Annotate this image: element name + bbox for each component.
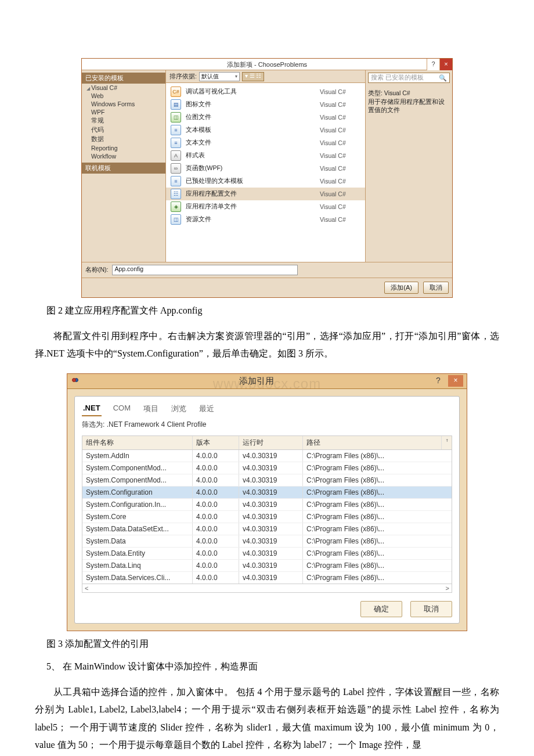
template-item[interactable]: ≡已预处理的文本模板Visual C# bbox=[166, 175, 365, 188]
tree-node[interactable]: WPF bbox=[82, 108, 165, 116]
scrollbar-track[interactable] bbox=[441, 535, 452, 547]
search-placeholder: 搜索 已安装的模板 bbox=[371, 74, 424, 82]
name-label: 名称(N): bbox=[85, 266, 109, 274]
step5-heading: 5、 在 MainWindow 设计窗体中添加控件，构造界面 bbox=[46, 661, 499, 673]
cell-path: C:\Program Files (x86)\... bbox=[303, 572, 441, 584]
tab[interactable]: 最近 bbox=[198, 402, 215, 416]
tree-node[interactable]: Workflow bbox=[82, 152, 165, 160]
grid-row[interactable]: System.Core4.0.0.0v4.0.30319C:\Program F… bbox=[82, 511, 452, 523]
template-item[interactable]: C#调试器可视化工具Visual C# bbox=[166, 85, 365, 98]
tab[interactable]: 浏览 bbox=[170, 402, 187, 416]
cancel-button[interactable]: 取消 bbox=[410, 601, 452, 617]
tree-header-online[interactable]: 联机模板 bbox=[82, 163, 165, 174]
grid-row[interactable]: System.Data.DataSetExt...4.0.0.0v4.0.303… bbox=[82, 523, 452, 535]
tree-node[interactable]: 常规 bbox=[82, 116, 165, 125]
cancel-button[interactable]: 取消 bbox=[423, 282, 449, 294]
grid-row[interactable]: System.Data.Services.Cli...4.0.0.0v4.0.3… bbox=[82, 572, 452, 584]
ok-button[interactable]: 确定 bbox=[360, 601, 402, 617]
tab[interactable]: .NET bbox=[82, 402, 102, 416]
cell-version: 4.0.0.0 bbox=[193, 560, 239, 571]
scrollbar-track[interactable] bbox=[441, 450, 452, 462]
figure3-caption: 图 3 添加配置文件的引用 bbox=[46, 638, 499, 650]
scrollbar-track[interactable] bbox=[441, 560, 452, 571]
tree-node-root[interactable]: Visual C# bbox=[82, 84, 165, 92]
scrollbar-track[interactable] bbox=[441, 511, 452, 523]
scrollbar-track[interactable] bbox=[441, 499, 452, 510]
grid-row[interactable]: System.AddIn4.0.0.0v4.0.30319C:\Program … bbox=[82, 450, 452, 462]
add-button[interactable]: 添加(A) bbox=[384, 282, 418, 294]
filter-label: 筛选为: .NET Framework 4 Client Profile bbox=[82, 420, 452, 430]
grid-row[interactable]: System.Data.Linq4.0.0.0v4.0.30319C:\Prog… bbox=[82, 560, 452, 572]
sort-combo[interactable]: 默认值 bbox=[199, 72, 240, 81]
grid-row[interactable]: System.ComponentMod...4.0.0.0v4.0.30319C… bbox=[82, 474, 452, 487]
name-input[interactable]: App.config bbox=[112, 265, 298, 275]
template-lang: Visual C# bbox=[320, 152, 360, 159]
grid-row[interactable]: System.Data.Entity4.0.0.0v4.0.30319C:\Pr… bbox=[82, 548, 452, 560]
scroll-left-icon[interactable]: < bbox=[85, 585, 88, 592]
template-item[interactable]: ◫位图文件Visual C# bbox=[166, 111, 365, 124]
col-version[interactable]: 版本 bbox=[193, 436, 239, 449]
horizontal-scrollbar[interactable]: < > bbox=[82, 584, 452, 592]
grid-row[interactable]: System.ComponentMod...4.0.0.0v4.0.30319C… bbox=[82, 462, 452, 474]
scroll-right-icon[interactable]: > bbox=[446, 585, 449, 592]
tab[interactable]: 项目 bbox=[142, 402, 160, 416]
reference-grid: 组件名称 版本 运行时 路径 ꜛ System.AddIn4.0.0.0v4.0… bbox=[82, 435, 452, 593]
col-name[interactable]: 组件名称 bbox=[82, 436, 193, 449]
scrollbar-track[interactable] bbox=[441, 487, 452, 498]
template-list: C#调试器可视化工具Visual C#▤图标文件Visual C#◫位图文件Vi… bbox=[166, 83, 365, 262]
cell-runtime: v4.0.30319 bbox=[239, 462, 303, 474]
scrollbar-track[interactable] bbox=[441, 523, 452, 535]
close-button[interactable]: × bbox=[439, 59, 452, 70]
scrollbar-track[interactable] bbox=[441, 462, 452, 474]
sort-label: 排序依据: bbox=[169, 73, 197, 81]
cell-path: C:\Program Files (x86)\... bbox=[303, 450, 441, 462]
template-item[interactable]: ☷应用程序配置文件Visual C# bbox=[166, 188, 365, 200]
col-path[interactable]: 路径 bbox=[303, 436, 441, 449]
cell-name: System.Data.Linq bbox=[82, 560, 193, 571]
template-description-panel: 搜索 已安装的模板 🔍 类型: Visual C# 用于存储应用程序配置和设置值… bbox=[365, 70, 452, 262]
tree-node[interactable]: 数据 bbox=[82, 135, 165, 144]
template-name: 位图文件 bbox=[186, 113, 320, 121]
cell-version: 4.0.0.0 bbox=[193, 523, 239, 535]
template-item[interactable]: A样式表Visual C# bbox=[166, 149, 365, 162]
tab[interactable]: COM bbox=[112, 402, 132, 416]
scrollbar-track[interactable] bbox=[441, 474, 452, 486]
cell-name: System.Data.Services.Cli... bbox=[82, 572, 193, 584]
template-item[interactable]: ≡文本文件Visual C# bbox=[166, 136, 365, 149]
grid-row[interactable]: System.Configuration.In...4.0.0.0v4.0.30… bbox=[82, 499, 452, 511]
template-lang: Visual C# bbox=[320, 216, 360, 223]
tab-bar: .NETCOM项目浏览最近 bbox=[82, 402, 452, 416]
type-label: 类型: Visual C# bbox=[368, 89, 450, 98]
template-item[interactable]: ◫资源文件Visual C# bbox=[166, 213, 365, 226]
template-name: 调试器可视化工具 bbox=[186, 88, 320, 96]
template-name: 图标文件 bbox=[186, 100, 320, 109]
scrollbar-track[interactable] bbox=[441, 548, 452, 559]
template-item[interactable]: ∞页函数(WPF)Visual C# bbox=[166, 162, 365, 175]
tree-node[interactable]: 代码 bbox=[82, 125, 165, 135]
cell-runtime: v4.0.30319 bbox=[239, 572, 303, 584]
template-name: 文本文件 bbox=[186, 139, 320, 147]
template-item[interactable]: ≡文本模板Visual C# bbox=[166, 124, 365, 136]
grid-row[interactable]: System.Data4.0.0.0v4.0.30319C:\Program F… bbox=[82, 535, 452, 548]
scrollbar-track[interactable] bbox=[441, 572, 452, 584]
col-runtime[interactable]: 运行时 bbox=[239, 436, 303, 449]
add-reference-dialog: 添加引用 ? × www.bdocx.com .NETCOM项目浏览最近 筛选为… bbox=[67, 373, 467, 631]
grid-header: 组件名称 版本 运行时 路径 ꜛ bbox=[82, 436, 452, 450]
tree-node[interactable]: Reporting bbox=[82, 144, 165, 152]
cell-version: 4.0.0.0 bbox=[193, 548, 239, 559]
search-input[interactable]: 搜索 已安装的模板 🔍 bbox=[368, 73, 450, 83]
template-item[interactable]: ▤图标文件Visual C# bbox=[166, 98, 365, 111]
close-button[interactable]: × bbox=[448, 375, 463, 387]
template-name: 应用程序配置文件 bbox=[186, 190, 320, 198]
cell-runtime: v4.0.30319 bbox=[239, 499, 303, 510]
help-button[interactable]: ? bbox=[432, 375, 445, 387]
scroll-up-icon[interactable]: ꜛ bbox=[441, 436, 452, 449]
template-item[interactable]: ◈应用程序清单文件Visual C# bbox=[166, 200, 365, 213]
grid-row[interactable]: System.Configuration4.0.0.0v4.0.30319C:\… bbox=[82, 487, 452, 499]
cell-runtime: v4.0.30319 bbox=[239, 560, 303, 571]
view-mode-button[interactable]: ▾ ☰ ☷ bbox=[242, 72, 265, 81]
tree-node[interactable]: Windows Forms bbox=[82, 100, 165, 108]
help-button[interactable]: ? bbox=[427, 59, 439, 70]
cell-version: 4.0.0.0 bbox=[193, 487, 239, 498]
tree-node[interactable]: Web bbox=[82, 92, 165, 100]
